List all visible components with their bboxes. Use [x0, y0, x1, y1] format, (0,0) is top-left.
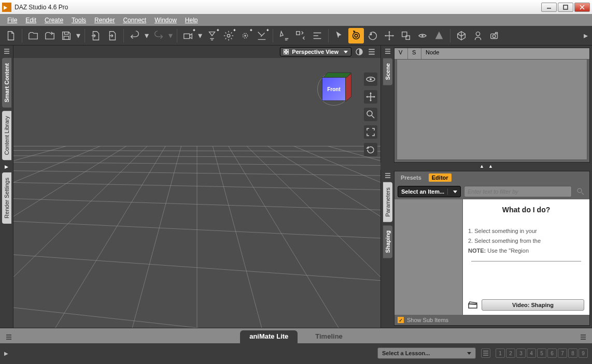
- dock-options-icon[interactable]: [2, 48, 11, 55]
- align-icon[interactable]: [309, 28, 325, 43]
- camera-dropdown-icon[interactable]: ▾: [197, 31, 203, 40]
- spot-render-icon[interactable]: [276, 28, 292, 43]
- lesson-step-1[interactable]: 1: [496, 348, 505, 358]
- close-button[interactable]: [574, 3, 590, 12]
- menu-create[interactable]: Create: [40, 16, 67, 25]
- maximize-button[interactable]: [558, 3, 573, 12]
- active-pose-tool-icon[interactable]: [431, 28, 447, 43]
- titlebar-title: DAZ Studio 4.6 Pro: [15, 4, 541, 11]
- new-spotlight-icon[interactable]: ✦: [204, 28, 220, 43]
- select-tool-icon[interactable]: [332, 28, 347, 43]
- menu-edit[interactable]: Edit: [21, 16, 40, 25]
- tab-shaping[interactable]: Shaping: [383, 225, 392, 258]
- lesson-step-7[interactable]: 7: [558, 348, 567, 358]
- scene-header: V S Node: [394, 48, 589, 60]
- scene-col-select[interactable]: S: [408, 48, 421, 59]
- tab-animate-lite[interactable]: aniMate Lite: [240, 330, 298, 343]
- universal-tool-icon[interactable]: [415, 28, 430, 43]
- lesson-step-9[interactable]: 9: [579, 348, 588, 358]
- toolbar-overflow-icon[interactable]: ▸: [583, 31, 589, 40]
- svg-point-16: [476, 32, 480, 35]
- new-distantlight-icon[interactable]: ✦: [237, 28, 253, 43]
- save-dropdown-icon[interactable]: ▾: [75, 31, 81, 40]
- redo-icon[interactable]: [151, 28, 166, 43]
- undo-dropdown-icon[interactable]: ▾: [144, 31, 150, 40]
- search-icon[interactable]: [575, 186, 586, 197]
- frame-tool-icon[interactable]: [364, 125, 377, 139]
- menu-file[interactable]: File: [3, 16, 21, 25]
- pan-tool-icon[interactable]: [364, 90, 377, 104]
- translate-tool-icon[interactable]: [382, 28, 397, 43]
- viewcube-front-face[interactable]: Front: [322, 77, 346, 101]
- region-tree[interactable]: [394, 199, 463, 315]
- scene-col-visible[interactable]: V: [394, 48, 408, 59]
- filter-input[interactable]: [464, 186, 572, 197]
- bottom-dock-options-right-icon[interactable]: [579, 333, 588, 341]
- dock-drag-handle[interactable]: ▶: [5, 164, 8, 169]
- tab-parameters[interactable]: Parameters: [383, 182, 392, 222]
- undo-icon[interactable]: [127, 28, 143, 43]
- scale-tool-icon[interactable]: [398, 28, 414, 43]
- svg-rect-10: [297, 31, 300, 34]
- tab-scene[interactable]: Scene: [383, 58, 392, 85]
- dock-splitter[interactable]: ▲▲: [380, 163, 592, 170]
- import-icon[interactable]: [88, 28, 104, 43]
- menu-connect[interactable]: Connect: [119, 16, 150, 25]
- new-pointlight-icon[interactable]: ✦: [221, 28, 236, 43]
- node-select-tool-icon[interactable]: [348, 28, 364, 43]
- lesson-step-3[interactable]: 3: [516, 348, 526, 358]
- params-dock-options-icon[interactable]: [383, 172, 392, 179]
- open-file-icon[interactable]: [25, 28, 41, 43]
- new-camera-icon[interactable]: ✦: [180, 28, 196, 43]
- tab-render-settings[interactable]: Render Settings: [2, 172, 11, 224]
- grid-icon: [284, 49, 289, 54]
- lesson-step-2[interactable]: 2: [506, 348, 515, 358]
- new-file-icon[interactable]: [3, 28, 19, 43]
- merge-file-icon[interactable]: [42, 28, 58, 43]
- viewport-3d[interactable]: Front: [13, 58, 380, 328]
- save-file-icon[interactable]: [59, 28, 74, 43]
- region-tool-icon[interactable]: [470, 28, 486, 43]
- zoom-tool-icon[interactable]: [364, 108, 377, 121]
- lesson-step-4[interactable]: 4: [527, 348, 536, 358]
- lesson-list-icon[interactable]: [481, 348, 490, 358]
- show-sub-items-checkbox[interactable]: ✓: [398, 317, 404, 323]
- view-selector[interactable]: Perspective View: [280, 47, 351, 56]
- orbit-tool-icon[interactable]: [364, 72, 377, 86]
- item-selector[interactable]: Select an Item...: [398, 186, 461, 197]
- video-shaping-button[interactable]: Video: Shaping: [482, 299, 584, 311]
- tab-content-library[interactable]: Content Library: [2, 111, 11, 160]
- lesson-selector[interactable]: Select a Lesson...: [377, 347, 476, 359]
- lesson-step-8[interactable]: 8: [568, 348, 577, 358]
- viewport-options-icon[interactable]: [367, 47, 376, 56]
- svg-point-18: [492, 35, 496, 38]
- scene-col-node[interactable]: Node: [421, 48, 589, 59]
- bottom-dock-options-left-icon[interactable]: [4, 333, 13, 341]
- subtab-editor[interactable]: Editor: [429, 173, 452, 182]
- redo-dropdown-icon[interactable]: ▾: [167, 31, 174, 40]
- subtab-presets[interactable]: Presets: [398, 173, 425, 182]
- view-cube[interactable]: Front: [318, 74, 349, 105]
- statusbar-expand-icon[interactable]: ▶: [4, 351, 8, 356]
- render-settings-icon[interactable]: [293, 28, 308, 43]
- rotate-tool-icon[interactable]: [365, 28, 380, 43]
- minimize-button[interactable]: [541, 3, 557, 12]
- tab-smart-content[interactable]: Smart Content: [2, 58, 11, 108]
- lesson-step-6[interactable]: 6: [547, 348, 557, 358]
- reset-view-icon[interactable]: [364, 143, 377, 156]
- new-linearlight-icon[interactable]: ✦: [254, 28, 270, 43]
- menu-window[interactable]: Window: [150, 16, 181, 25]
- menu-tools[interactable]: Tools: [67, 16, 90, 25]
- scene-dock-options-icon[interactable]: [383, 48, 392, 55]
- chevron-down-icon: [453, 191, 457, 193]
- surface-tool-icon[interactable]: [454, 28, 469, 43]
- tab-timeline[interactable]: Timeline: [306, 330, 352, 343]
- menu-help[interactable]: Help: [181, 16, 202, 25]
- export-icon[interactable]: [105, 28, 120, 43]
- render-icon[interactable]: [487, 28, 502, 43]
- lesson-step-5[interactable]: 5: [537, 348, 546, 358]
- scene-tree[interactable]: [397, 60, 587, 160]
- drawstyle-icon[interactable]: [355, 47, 364, 56]
- svg-line-37: [229, 146, 370, 328]
- menu-render[interactable]: Render: [90, 16, 119, 25]
